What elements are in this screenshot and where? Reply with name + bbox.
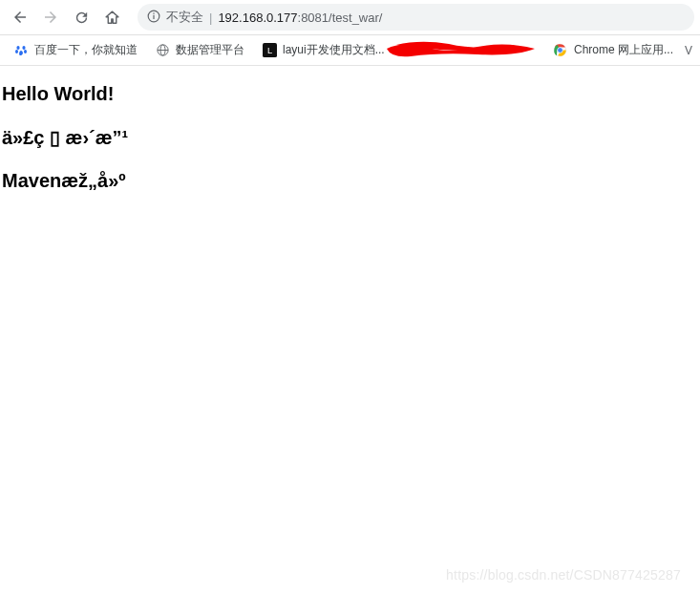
back-button[interactable] xyxy=(6,4,34,31)
heading-garbled-1: ä»£ç ▯ æ›´æ”¹ xyxy=(2,126,698,149)
home-button[interactable] xyxy=(97,4,126,31)
layui-icon: L xyxy=(262,43,277,58)
browser-toolbar: 不安全 | 192.168.0.177:8081/test_war/ xyxy=(0,0,700,35)
bookmark-label: 数据管理平台 xyxy=(176,42,244,58)
chrome-store-icon xyxy=(553,43,568,58)
bookmark-label: layui开发使用文档... xyxy=(283,42,385,58)
watermark: https://blog.csdn.net/CSDN877425287 xyxy=(446,567,681,583)
bookmark-data-platform[interactable]: 数据管理平台 xyxy=(149,38,250,62)
url-text: 192.168.0.177:8081/test_war/ xyxy=(218,11,382,25)
bookmark-label: 百度一下，你就知道 xyxy=(34,42,138,58)
info-icon xyxy=(147,10,160,26)
svg-text:L: L xyxy=(266,46,271,55)
bookmark-truncated: V xyxy=(685,44,692,57)
svg-point-5 xyxy=(15,50,18,53)
globe-icon xyxy=(155,43,170,58)
heading-garbled-2: Mavenæž„å»º xyxy=(2,170,698,192)
svg-point-2 xyxy=(153,12,155,14)
heading-hello: Hello World! xyxy=(2,83,698,105)
svg-point-6 xyxy=(24,50,27,53)
redaction-scribble xyxy=(382,39,544,62)
bookmark-chrome-store[interactable]: Chrome 网上应用... xyxy=(547,38,679,62)
svg-point-4 xyxy=(22,46,25,50)
separator: | xyxy=(209,11,212,25)
svg-point-13 xyxy=(558,48,563,53)
page-content: Hello World! ä»£ç ▯ æ›´æ”¹ Mavenæž„å»º xyxy=(0,66,700,230)
bookmark-baidu[interactable]: 百度一下，你就知道 xyxy=(8,38,143,62)
svg-point-3 xyxy=(16,46,19,50)
insecure-label: 不安全 xyxy=(166,9,203,26)
bookmark-layui[interactable]: L layui开发使用文档... xyxy=(256,38,391,62)
reload-button[interactable] xyxy=(67,4,95,31)
address-bar[interactable]: 不安全 | 192.168.0.177:8081/test_war/ xyxy=(138,4,694,31)
forward-button[interactable] xyxy=(36,4,65,31)
bookmark-label: Chrome 网上应用... xyxy=(574,42,673,58)
baidu-icon xyxy=(13,43,29,58)
bookmark-bar: 百度一下，你就知道 数据管理平台 L layui开发使用文档... Chrome… xyxy=(0,35,700,66)
